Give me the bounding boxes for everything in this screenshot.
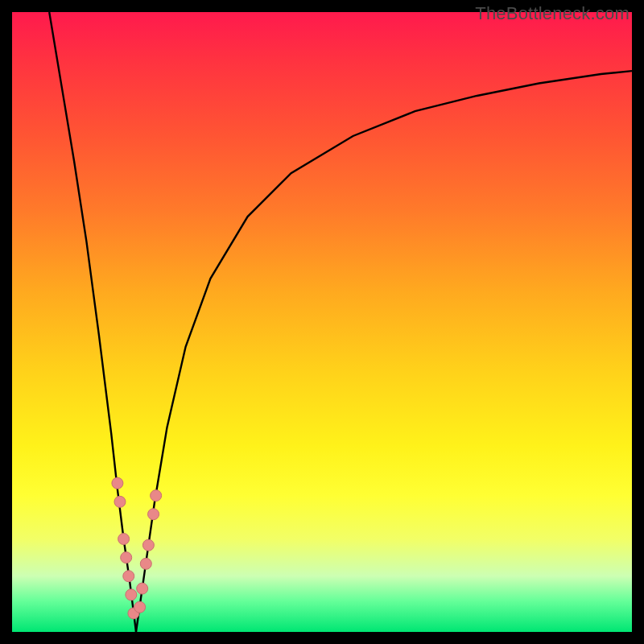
data-marker xyxy=(151,490,162,502)
plot-area xyxy=(12,12,632,632)
watermark-text: TheBottleneck.com xyxy=(475,3,630,24)
data-markers xyxy=(112,477,162,619)
data-marker xyxy=(140,558,151,569)
data-marker xyxy=(126,589,137,601)
data-marker xyxy=(123,571,134,582)
data-marker xyxy=(121,552,132,564)
data-marker xyxy=(142,539,154,551)
data-marker xyxy=(148,509,159,520)
chart-stage: TheBottleneck.com xyxy=(0,0,644,644)
data-marker xyxy=(118,534,130,545)
chart-svg xyxy=(12,12,632,632)
curve-right-branch xyxy=(136,71,632,632)
data-marker xyxy=(112,477,123,489)
data-marker xyxy=(137,583,148,594)
data-marker xyxy=(114,496,126,507)
data-marker xyxy=(134,601,146,613)
